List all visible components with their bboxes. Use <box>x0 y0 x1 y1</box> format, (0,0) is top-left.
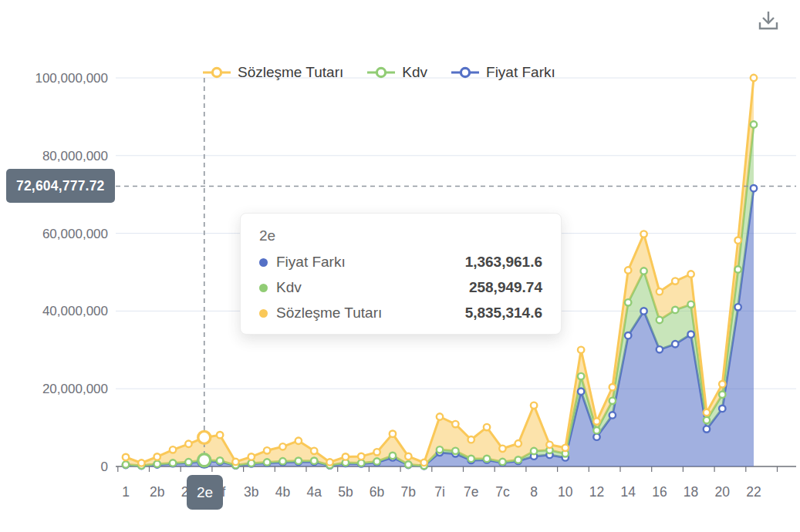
data-point <box>704 426 710 432</box>
x-axis-tick-label: 7c <box>495 484 510 500</box>
x-axis-tick-label: 22 <box>746 484 761 500</box>
tooltip-row-fiyat-farki: Fiyat Farkı 1,363,961.6 <box>259 254 542 271</box>
data-point <box>373 449 380 455</box>
x-axis-tick-label: 7e <box>464 484 478 500</box>
tooltip-row-value: 5,835,314.6 <box>465 305 542 322</box>
data-point <box>484 456 490 462</box>
data-point <box>687 331 694 337</box>
line-series-icon <box>451 66 480 79</box>
data-point <box>437 446 443 453</box>
data-point <box>672 341 678 347</box>
data-point <box>499 459 505 465</box>
data-point <box>311 448 317 454</box>
data-point <box>751 121 757 127</box>
data-point <box>515 440 522 446</box>
data-point <box>405 461 411 467</box>
tooltip-row-sozlesme-tutari: Sözleşme Tutarı 5,835,314.6 <box>259 305 542 322</box>
x-axis-tick-label: 8 <box>530 484 538 500</box>
data-point <box>657 317 663 323</box>
data-point <box>232 459 238 465</box>
x-axis-tick-label: 7b <box>401 484 416 500</box>
data-point <box>154 453 160 460</box>
x-axis-tick-label: 6b <box>370 484 384 500</box>
data-point <box>687 271 694 277</box>
legend-label: Sözleşme Tutarı <box>238 64 343 81</box>
x-axis-tick-label: 12 <box>589 484 604 500</box>
x-axis-tick-label: 16 <box>652 484 667 500</box>
data-point <box>358 453 364 460</box>
highlighted-data-point <box>198 454 211 466</box>
data-point <box>609 384 616 390</box>
chart-tooltip: 2e Fiyat Farkı 1,363,961.6 Kdv 258,949.7… <box>240 213 562 335</box>
data-point <box>578 373 584 379</box>
data-point <box>217 457 223 463</box>
y-axis-tick-label: 40,000,000 <box>42 304 108 318</box>
data-point <box>295 438 302 444</box>
x-axis-tick-label: 18 <box>684 484 698 500</box>
y-axis-tick-label: 20,000,000 <box>42 382 108 396</box>
data-point <box>609 398 616 404</box>
x-axis-tick-label: 5b <box>338 484 353 500</box>
x-axis-tick-label: 7i <box>434 484 445 500</box>
data-point <box>358 460 364 466</box>
data-point <box>687 301 694 308</box>
y-axis-tick-label: 80,000,000 <box>42 149 108 163</box>
legend-item-sozlesme-tutari[interactable]: Sözleşme Tutarı <box>202 64 343 81</box>
data-point <box>311 457 317 463</box>
data-point <box>373 458 380 464</box>
y-axis-tick-label: 60,000,000 <box>42 227 108 241</box>
data-point <box>625 332 631 338</box>
data-point <box>499 446 505 452</box>
data-point <box>625 299 631 305</box>
data-point <box>657 288 663 295</box>
x-axis-tick-label: 20 <box>715 484 731 500</box>
data-point <box>609 412 616 418</box>
line-series-icon <box>202 66 231 79</box>
data-point <box>719 406 725 412</box>
data-point <box>437 413 443 419</box>
data-point <box>578 347 584 353</box>
data-point <box>640 231 646 237</box>
data-point <box>326 459 332 465</box>
x-axis-tick-label: 1 <box>122 484 130 500</box>
data-point <box>343 453 349 460</box>
series-color-dot <box>259 309 268 318</box>
legend-item-fiyat-farki[interactable]: Fiyat Farkı <box>451 64 555 81</box>
data-point <box>515 456 522 463</box>
y-axis-pointer-badge: 72,604,777.72 <box>6 169 115 203</box>
data-point <box>751 75 757 81</box>
data-point <box>672 278 678 284</box>
data-point <box>123 454 129 460</box>
data-point <box>217 432 223 438</box>
data-point <box>420 460 427 466</box>
data-point <box>279 443 285 450</box>
data-point <box>390 430 396 436</box>
data-point <box>593 433 599 439</box>
x-axis-tick-label: 14 <box>620 484 636 500</box>
chart-legend: Sözleşme Tutarı Kdv Fiyat Farkı <box>202 64 555 81</box>
data-point <box>578 389 584 395</box>
x-axis-tick-label: 4a <box>306 484 322 500</box>
data-point <box>531 402 537 409</box>
data-point <box>264 447 270 453</box>
data-point <box>640 308 646 314</box>
x-axis-tick-label: 2b <box>150 484 164 500</box>
data-point <box>640 268 646 274</box>
tooltip-row-label: Fiyat Farkı <box>276 254 346 271</box>
legend-item-kdv[interactable]: Kdv <box>366 64 427 81</box>
data-point <box>734 266 741 272</box>
tooltip-title: 2e <box>259 227 542 244</box>
download-icon[interactable] <box>754 8 782 35</box>
data-point <box>546 442 552 448</box>
y-axis-tick-label: 100,000,000 <box>35 71 108 86</box>
legend-label: Kdv <box>402 64 427 81</box>
data-point <box>390 453 396 459</box>
data-point <box>719 392 725 398</box>
data-point <box>405 453 411 460</box>
legend-label: Fiyat Farkı <box>486 64 555 81</box>
data-point <box>170 446 176 453</box>
chart-page: 020,000,00040,000,00060,000,00080,000,00… <box>0 0 800 532</box>
data-point <box>593 427 599 433</box>
data-point <box>562 445 569 451</box>
data-point <box>719 381 725 387</box>
